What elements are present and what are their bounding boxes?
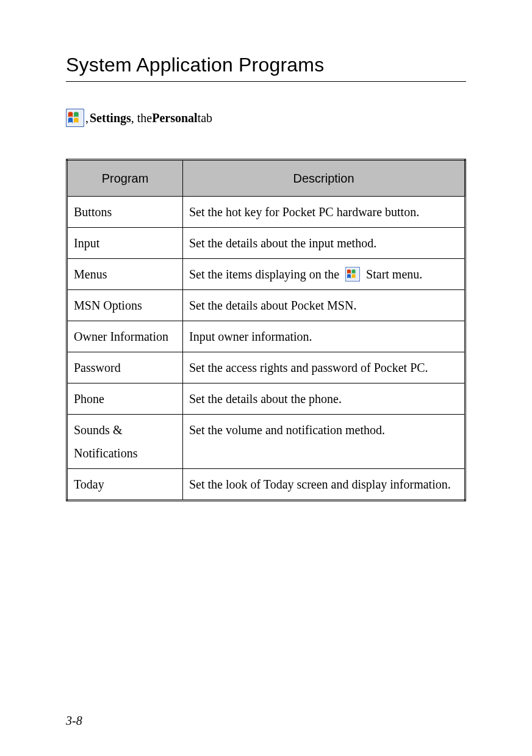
page-number: 3-8	[66, 714, 82, 728]
breadcrumb-personal: Personal	[152, 109, 197, 127]
cell-description: Set the volume and notification method.	[183, 415, 466, 469]
cell-description: Set the details about Pocket MSN.	[183, 290, 466, 321]
breadcrumb-sep2: , the	[131, 109, 152, 127]
cell-program: MSN Options	[67, 290, 183, 321]
cell-description: Set the hot key for Pocket PC hardware b…	[183, 197, 466, 228]
table-row: Password Set the access rights and passw…	[67, 352, 466, 383]
col-header-program: Program	[67, 160, 183, 197]
cell-program: Today	[67, 469, 183, 501]
breadcrumb: , Settings , the Personal tab	[66, 109, 466, 127]
table-row: Phone Set the details about the phone.	[67, 383, 466, 415]
cell-program: Password	[67, 352, 183, 383]
cell-program: Phone	[67, 383, 183, 415]
cell-description: Set the details about the phone.	[183, 383, 466, 415]
table-row: Today Set the look of Today screen and d…	[67, 469, 466, 501]
cell-program: Sounds & Notifications	[67, 415, 183, 469]
table-row: Sounds & Notifications Set the volume an…	[67, 415, 466, 469]
cell-program: Buttons	[67, 197, 183, 228]
table-row: Owner Information Input owner informatio…	[67, 321, 466, 352]
breadcrumb-sep: ,	[85, 109, 88, 127]
windows-start-icon	[66, 109, 84, 127]
cell-program: Menus	[67, 259, 183, 290]
cell-program: Input	[67, 228, 183, 259]
table-row: Input Set the details about the input me…	[67, 228, 466, 259]
cell-description: Input owner information.	[183, 321, 466, 352]
windows-start-icon	[345, 267, 360, 282]
breadcrumb-settings: Settings	[90, 109, 131, 127]
cell-description: Set the access rights and password of Po…	[183, 352, 466, 383]
breadcrumb-tab-suffix: tab	[198, 109, 212, 127]
table-row: Buttons Set the hot key for Pocket PC ha…	[67, 197, 466, 228]
cell-description: Set the items displaying on the	[183, 259, 466, 290]
table-row: MSN Options Set the details about Pocket…	[67, 290, 466, 321]
cell-description: Set the details about the input method.	[183, 228, 466, 259]
col-header-description: Description	[183, 160, 466, 197]
programs-table: Program Description Buttons Set the hot …	[66, 159, 466, 501]
cell-description: Set the look of Today screen and display…	[183, 469, 466, 501]
table-row: Menus Set the items displaying on the	[67, 259, 466, 290]
cell-description-pre: Set the items displaying on the	[189, 263, 339, 286]
cell-program: Owner Information	[67, 321, 183, 352]
cell-description-post: Start menu.	[366, 263, 422, 286]
page-title: System Application Programs	[66, 54, 466, 82]
